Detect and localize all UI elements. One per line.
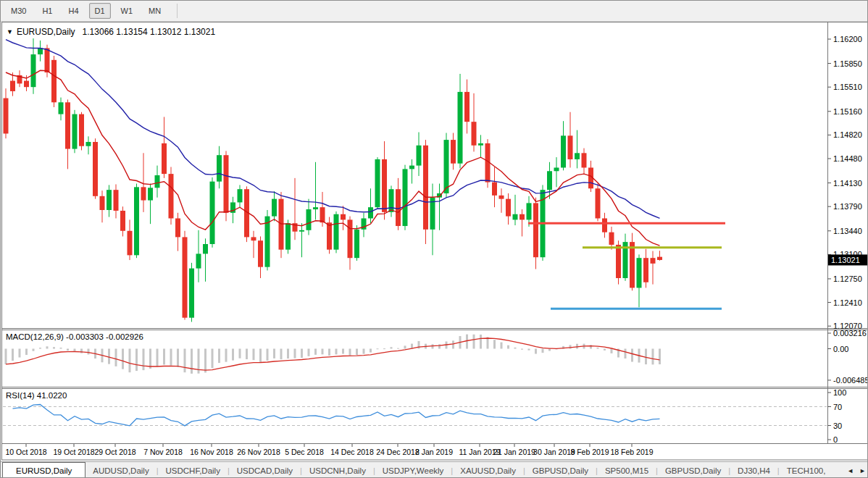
candle-body [285,223,291,249]
macd-axis-label: 0.00 [833,345,848,353]
rsi-value: 41.0220 [37,391,67,400]
rsi-name: RSI(14) [6,391,35,400]
timeframe-button-h1[interactable]: H1 [36,3,58,19]
candle-body [533,203,538,257]
candle-body [155,175,160,188]
macd-bar [143,349,145,371]
tab-gbpusd-daily[interactable]: GBPUSD,Daily [658,463,728,478]
candle-body [506,199,511,217]
chart-expander-icon[interactable]: ▼ [7,28,13,35]
candle-body [513,214,518,220]
timeframe-toolbar: M30H1H4D1W1MN [1,1,868,22]
tab-tech100-[interactable]: TECH100, [780,463,833,478]
macd-bar [625,349,627,359]
candle-body [554,167,559,171]
macd-bar [542,349,544,353]
macd-bar [342,349,344,354]
macd-bar [60,348,62,349]
macd-bar [397,348,399,349]
tab-xauusd-daily[interactable]: XAUUSD,Daily [453,463,523,478]
timeframe-button-mn[interactable]: MN [143,3,167,19]
candle-body [417,146,422,166]
tab-scroll-left-icon[interactable]: ◄ [847,467,854,474]
candle-body [409,166,414,169]
date-tick-label: 18 Feb 2019 [611,448,654,456]
candle-body [382,159,387,212]
macd-bar [225,349,228,362]
candle-body [224,155,229,213]
candle-body [210,182,215,244]
macd-bar [322,349,324,355]
candle-body [568,135,573,159]
macd-bar [267,349,269,361]
macd-axis-label: 0.003216 [833,329,867,337]
macd-bar [370,349,372,353]
tab-scroll-right-icon[interactable]: ► [859,467,866,474]
macd-bar [569,345,572,348]
macd-bar [597,348,599,349]
macd-bar [253,349,255,361]
macd-bar [191,349,193,374]
macd-bar [108,349,110,364]
macd-bar [280,349,283,360]
candle-body [258,240,263,267]
candle-body [65,102,70,148]
candle-body [299,230,304,232]
candle-body [265,217,270,267]
tab-eurusd-daily[interactable]: EURUSD,Daily [2,462,85,478]
candle-body [609,232,614,245]
trading-app-window: 1.162001.158501.155101.151601.148201.144… [0,0,868,478]
candle-body [499,196,504,199]
timeframe-button-m30[interactable]: M30 [5,3,32,19]
tab-sp500-m15[interactable]: SP500,M15 [598,463,656,478]
tab-audusd-daily[interactable]: AUDUSD,Daily [85,463,156,478]
macd-bar [212,349,214,369]
tab-usdcnh-daily[interactable]: USDCNH,Daily [302,463,373,478]
macd-bar [604,349,606,351]
candle-body [10,81,15,91]
candle-body [478,143,483,146]
candle-body [45,48,50,72]
macd-bar [19,349,21,358]
chart-canvas[interactable]: 1.162001.158501.155101.151601.148201.144… [1,1,868,478]
date-tick-label: 19 Oct 2018 [53,448,94,456]
macd-bar [452,340,454,348]
tab-usdcad-daily[interactable]: USDCAD,Daily [230,463,300,478]
candle-body [141,187,146,200]
tab-usdjpy-weekly[interactable]: USDJPY,Weekly [375,463,451,478]
date-tick-label: 21 Jan 2019 [493,448,535,456]
date-tick-label: 10 Oct 2018 [5,448,46,456]
macd-bar [659,349,661,365]
date-tick-label: 5 Dec 2018 [285,448,324,456]
candle-body [547,171,552,190]
macd-bar [645,349,647,365]
macd-bar [521,349,523,350]
price-axis-label: 1.15850 [833,59,862,68]
macd-bar [12,349,14,361]
macd-indicator-label: MACD(12,26,9) -0.003303 -0.002926 [6,332,143,341]
rsi-axis-label: 30 [833,422,842,430]
candle-body [657,257,662,260]
macd-bar [218,349,220,364]
macd-bar [466,335,468,349]
tab-usdchf-daily[interactable]: USDCHF,Daily [159,463,228,478]
macd-bar [314,349,317,355]
price-axis-label: 1.12750 [833,274,862,283]
timeframe-button-w1[interactable]: W1 [115,3,139,19]
timeframe-button-d1[interactable]: D1 [89,3,111,19]
candle-body [637,258,642,288]
candle-body [162,143,167,174]
timeframe-button-h4[interactable]: H4 [62,3,84,19]
candle-body [575,153,580,159]
rsi-axis-label: 0 [833,435,838,444]
candle-body [327,222,332,249]
tab-dj30-h4[interactable]: DJ30,H4 [730,463,777,478]
chart-ohlc-values: 1.13066 1.13154 1.13012 1.13021 [83,27,216,37]
macd-bar [335,349,338,355]
macd-bar [363,349,365,354]
candle-body [86,142,91,146]
macd-bar [157,349,159,367]
tab-gbpusd-daily[interactable]: GBPUSD,Daily [525,463,596,478]
candle-body [464,92,470,122]
candle-body [596,188,601,218]
